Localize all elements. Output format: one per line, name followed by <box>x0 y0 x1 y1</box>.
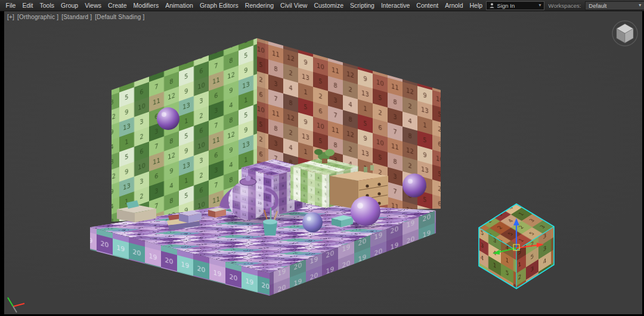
viewcube[interactable] <box>612 21 637 46</box>
viewport-scene: 1234567891011121336912345678910111213582… <box>0 0 644 316</box>
world-axis-x <box>13 303 24 306</box>
teapot-knob <box>246 176 251 181</box>
dresser-can <box>364 167 367 172</box>
menu-item-modifiers[interactable]: Modifiers <box>130 0 162 11</box>
workspace-dropdown[interactable]: Default ▾ <box>585 1 644 10</box>
menu-item-animation[interactable]: Animation <box>162 0 197 11</box>
sphere-large <box>351 196 380 226</box>
menu-bar: FileEditToolsGroupViewsCreateModifiersAn… <box>0 0 644 11</box>
menu-item-help[interactable]: Help <box>466 0 486 11</box>
world-axis-z <box>13 306 17 312</box>
menu-item-views[interactable]: Views <box>82 0 105 11</box>
menu-item-content[interactable]: Content <box>413 0 442 11</box>
world-axis-tripod <box>8 298 24 312</box>
dresser-knob <box>377 192 380 195</box>
dresser-can <box>370 165 374 171</box>
wall-sphere-highlight <box>162 112 166 117</box>
menu-item-graph-editors[interactable]: Graph Editors <box>196 0 242 11</box>
sphere-front <box>302 212 323 233</box>
viewport-shading-menu[interactable]: [Default Shading ] <box>95 14 144 20</box>
dresser-knob <box>366 184 369 187</box>
menu-item-edit[interactable]: Edit <box>19 0 36 11</box>
viewport-label: [+] [Orthographic ] [Standard ] [Default… <box>7 14 144 20</box>
wall-sphere[interactable] <box>157 107 179 130</box>
world-axis-y <box>8 298 13 306</box>
sign-in-button[interactable]: Sign In ▾ <box>486 1 544 10</box>
menu-item-rendering[interactable]: Rendering <box>242 0 277 11</box>
menubar-right: Sign In ▾ Workspaces: Default ▾ <box>486 1 644 10</box>
menu-item-civil-view[interactable]: Civil View <box>277 0 311 11</box>
sign-in-dropdown-arrow: ▾ <box>539 3 541 8</box>
viewport-general-menu[interactable]: [+] <box>7 14 14 20</box>
menu-item-arnold[interactable]: Arnold <box>442 0 466 11</box>
menu-item-customize[interactable]: Customize <box>311 0 347 11</box>
viewport-pov-menu[interactable]: [Orthographic ] <box>17 14 58 20</box>
workspace-value: Default <box>589 2 606 9</box>
menu-items: FileEditToolsGroupViewsCreateModifiersAn… <box>0 0 486 11</box>
user-icon <box>489 2 495 8</box>
menu-item-file[interactable]: File <box>2 0 19 11</box>
workspace-dropdown-arrow: ▾ <box>639 3 641 8</box>
menu-item-create[interactable]: Create <box>105 0 131 11</box>
workspaces-label: Workspaces: <box>549 2 581 9</box>
menu-item-scripting[interactable]: Scripting <box>347 0 378 11</box>
viewport-standard-menu[interactable]: [Standard ] <box>61 14 92 20</box>
sphere-right <box>402 174 426 197</box>
sign-in-label: Sign In <box>497 2 515 9</box>
menu-item-interactive[interactable]: Interactive <box>377 0 413 11</box>
dresser-knob <box>377 182 380 185</box>
menu-item-tools[interactable]: Tools <box>36 0 58 11</box>
menu-item-group[interactable]: Group <box>58 0 82 11</box>
